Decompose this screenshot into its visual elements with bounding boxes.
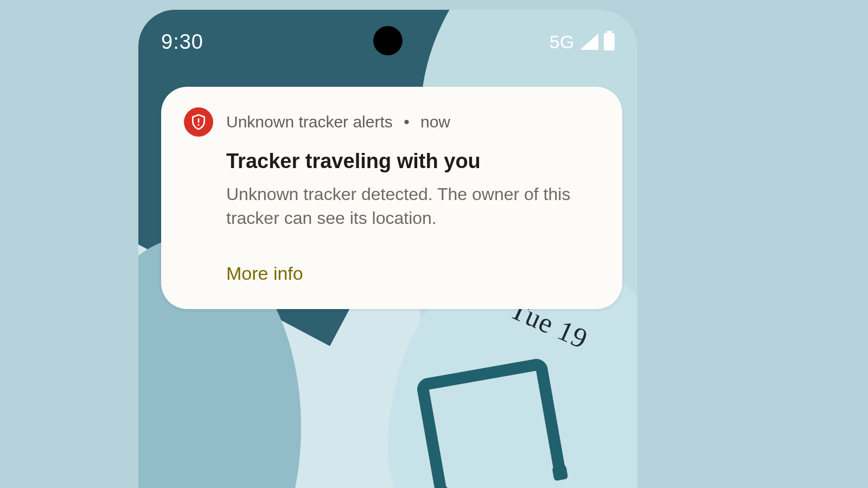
notification-separator: • (404, 113, 410, 131)
status-right-cluster: 5G (550, 31, 615, 53)
signal-icon (580, 34, 598, 50)
notification-header: Unknown tracker alerts • now (184, 107, 599, 137)
battery-icon (604, 33, 615, 50)
notification-source: Unknown tracker alerts (226, 113, 393, 131)
notification-source-row: Unknown tracker alerts • now (226, 113, 450, 131)
svg-rect-0 (198, 118, 200, 123)
notification-title: Tracker traveling with you (226, 149, 599, 175)
wallpaper-suitcase-handle (416, 357, 567, 488)
notification-timestamp: now (420, 113, 450, 131)
notification-body: Tracker traveling with you Unknown track… (226, 149, 599, 284)
phone-frame: Tue 19 9:30 5G Unknown tra (138, 10, 637, 488)
more-info-button[interactable]: More info (226, 263, 599, 284)
status-bar: 9:30 5G (138, 27, 637, 56)
status-time: 9:30 (161, 30, 203, 54)
notification-text: Unknown tracker detected. The owner of t… (226, 182, 573, 231)
page-background: Tue 19 9:30 5G Unknown tra (0, 0, 868, 488)
notification-card[interactable]: Unknown tracker alerts • now Tracker tra… (161, 87, 622, 309)
svg-rect-1 (198, 124, 200, 126)
network-indicator: 5G (550, 31, 575, 53)
shield-alert-icon (184, 107, 213, 137)
